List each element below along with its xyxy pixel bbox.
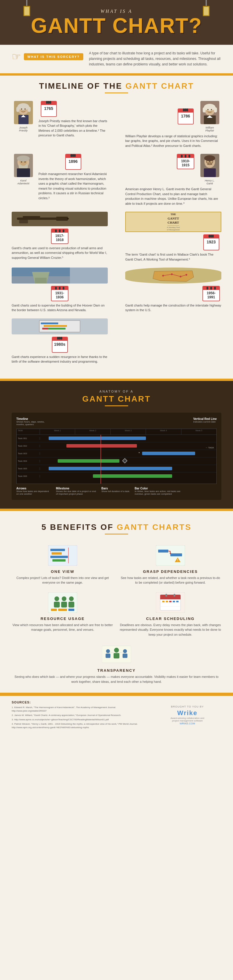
benefits-underline	[105, 534, 128, 535]
benefit-title-transparency: TRANSPARENCY	[97, 668, 136, 673]
orange-divider-4	[0, 693, 233, 695]
bar-red-1	[66, 444, 137, 447]
milestone-label: Milestone Shows the due date of a projec…	[56, 487, 97, 495]
benefit-title-resource: RESOURCE USAGE	[40, 617, 85, 621]
benefit-text-scheduling: Deadlines are obvious. Every delay moves…	[120, 623, 221, 637]
source-1: 1. Edward R. Marsh, "The Harmonogram of …	[12, 706, 148, 713]
transparency-icon	[102, 644, 131, 665]
svg-rect-54	[44, 325, 67, 327]
svg-rect-38	[56, 216, 68, 221]
dam-image	[12, 267, 108, 283]
timeline-entry-1786: WilliamPlayfair	[125, 101, 221, 148]
benefit-text-resource: View which resources have been allocated…	[12, 623, 113, 632]
svg-rect-36	[17, 218, 57, 220]
entry-1786-content: WilliamPlayfair	[125, 101, 221, 148]
benefits-header: 5 BENEFITS OF GANTT CHARTS	[12, 517, 221, 539]
anatomy-chart: Timeline Shows hours, days, weeks, month…	[12, 413, 221, 500]
svg-point-98	[114, 648, 119, 653]
header: What is a GANTT CHART?	[0, 0, 233, 45]
svg-rect-78	[69, 602, 74, 608]
benefit-text-one-view: Complex project! Lots of tasks? Distill …	[12, 576, 113, 585]
svg-point-7	[24, 108, 26, 110]
chart-row-1: Task 001	[17, 435, 216, 442]
dependencies-icon-area: !	[156, 544, 185, 567]
anatomy-underline	[105, 406, 128, 406]
calendar-1910: 1910-1915	[176, 154, 196, 169]
svg-rect-62	[53, 559, 65, 562]
entry-1896-text: Polish management researcher Karol Adami…	[38, 172, 108, 200]
svg-point-100	[123, 649, 127, 653]
timeline-row-3: 1917-1918 Gantt's charts are used to ove…	[12, 212, 221, 262]
timeline-header: TIMELINE OF THE GANTT CHART	[0, 76, 233, 98]
benefit-text-dependencies: See how tasks are related, and whether a…	[120, 576, 221, 585]
gantt-name: Henry L.Gantt	[198, 179, 221, 185]
svg-rect-60	[51, 552, 62, 555]
timeline-entry-1917: 1917-1918 Gantt's charts are used to ove…	[12, 212, 108, 262]
entry-1980s-text: Gantt charts experience a sudden resurge…	[12, 355, 108, 364]
anatomy-bottom-labels: Arrows Show how tasks are dependent on o…	[16, 487, 217, 495]
bar-green-1	[57, 459, 120, 463]
playfair-portrait	[200, 101, 219, 124]
svg-rect-97	[106, 654, 111, 658]
source-4: 4. Patrick Weaver, "Henry L Gantt, 1861 …	[12, 722, 148, 729]
one-view-icon-area	[48, 544, 77, 567]
sorcery-description: A type of bar chart to illustrate how lo…	[89, 51, 222, 67]
arrows-label: Arrows Show how tasks are dependent on o…	[16, 487, 51, 495]
timeline-entry-1956: 1956-1991 Gantt charts help manage the c…	[125, 267, 221, 313]
svg-rect-74	[54, 602, 60, 608]
source-2: 2. James M. Willard, "Gantt Charts: A ce…	[12, 714, 148, 717]
calendar-icon-1896: 1896	[65, 154, 81, 170]
calendar-1956: 1956-1991	[201, 286, 221, 301]
adamiecki-portrait	[14, 154, 33, 177]
header-top-text: What is a	[12, 9, 221, 14]
svg-point-40	[67, 218, 69, 220]
svg-point-77	[69, 597, 74, 601]
book-image: THE GANTT CHART A Working Tool of Manage…	[125, 212, 221, 232]
chart-row-3: Task 003	[17, 450, 216, 457]
chart-row-5: Task 005	[17, 465, 216, 473]
benefit-transparency: TRANSPARENCY Seeing who does which task …	[12, 643, 221, 684]
sorcery-section: ☞ WHAT IS THIS SORCERY? A type of bar ch…	[0, 45, 233, 73]
timeline-entry-1931: 1931-1936 Gantt charts used to supervise…	[12, 267, 108, 313]
orange-divider-2	[0, 379, 233, 381]
svg-rect-87	[174, 594, 176, 597]
anatomy-section: ANATOMY OF A GANTT CHART Timeline Shows …	[0, 381, 233, 509]
chart-row-4: Task 004	[17, 457, 216, 465]
svg-point-24	[17, 156, 30, 161]
svg-rect-94	[176, 601, 179, 602]
one-view-icon	[48, 545, 77, 566]
year-1917: 1917-1918	[51, 233, 68, 243]
benefit-text-transparency: Seeing who does which task — and where y…	[12, 675, 221, 684]
year-1931: 1931-1936	[51, 290, 68, 301]
benefit-dependencies: ! GRASP DEPENDENCIES See how tasks are r…	[120, 544, 221, 585]
svg-rect-99	[113, 653, 120, 659]
software-image	[12, 318, 108, 334]
benefit-scheduling: CLEAR SCHEDULING Deadlines are obvious. …	[120, 591, 221, 637]
calendar-1980s: 1980s	[12, 337, 108, 353]
calendar-icon-1923: 1923	[203, 234, 219, 250]
brought-by-text: BROUGHT TO YOU BY	[171, 705, 204, 708]
timeline-entry-1980s: 1980s Gantt charts experience a sudden r…	[12, 318, 108, 364]
benefits-title: 5 BENEFITS OF GANTT CHARTS	[18, 523, 215, 532]
wrike-logo: Wrike	[177, 709, 198, 717]
timeline-label: Timeline Shows hours, days, weeks, month…	[16, 417, 45, 426]
svg-rect-35	[204, 169, 216, 177]
svg-rect-4	[16, 107, 19, 112]
svg-rect-5	[28, 107, 30, 112]
svg-rect-85	[160, 598, 180, 599]
svg-rect-80	[58, 609, 67, 611]
svg-rect-58	[48, 545, 77, 566]
sources-section: SOURCES: 1. Edward R. Marsh, "The Harmon…	[0, 695, 233, 734]
sources-title: SOURCES:	[12, 700, 148, 704]
person-playfair: WilliamPlayfair	[198, 101, 221, 132]
svg-rect-27	[17, 169, 30, 177]
calendar-1923: 1923	[201, 234, 221, 250]
svg-point-6	[21, 108, 22, 110]
calendar-1917: 1917-1918	[12, 229, 108, 244]
svg-rect-93	[173, 601, 175, 602]
chart-headers: TASK Week 1 Week 2 Week 3 Week 4 Week 5	[17, 429, 216, 435]
resource-icon	[48, 592, 77, 613]
timeline-entry-1923: THE GANTT CHART A Working Tool of Manage…	[125, 212, 221, 262]
benefit-resource-usage: RESOURCE USAGE View which resources have…	[12, 591, 113, 637]
svg-rect-53	[41, 323, 58, 324]
